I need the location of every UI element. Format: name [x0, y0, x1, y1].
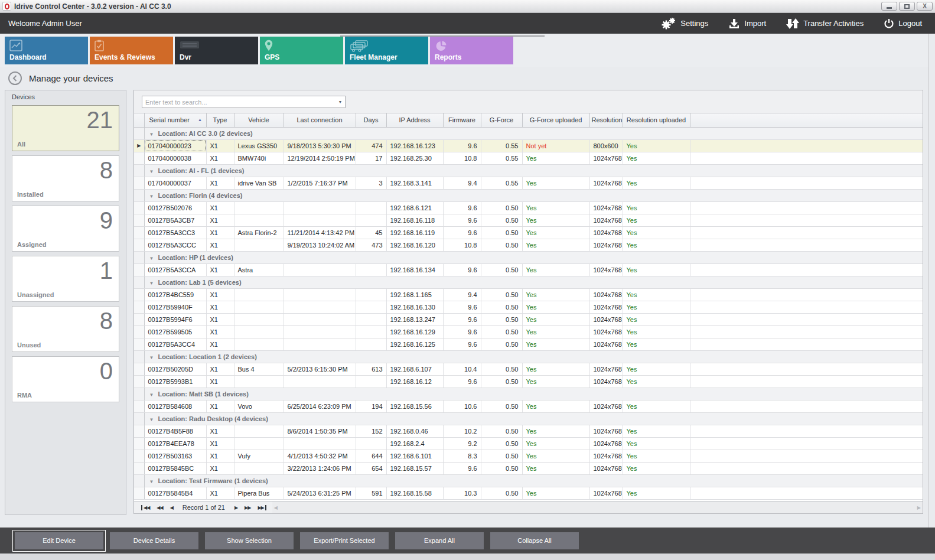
cell-vehicle: [234, 214, 284, 226]
filter-card-assigned[interactable]: 9Assigned: [12, 206, 119, 252]
prev-record-button[interactable]: ◀: [167, 505, 177, 510]
device-row[interactable]: 00127B4BC559X1192.168.1.1659.40.50Yes102…: [134, 288, 923, 301]
row-indicator-cell: [134, 164, 144, 177]
edit-device-button[interactable]: Edit Device: [15, 532, 103, 549]
device-row[interactable]: 017040000038X1BMW740i12/19/2014 2:50:19 …: [134, 152, 923, 164]
collapse-group-icon[interactable]: ▼: [149, 132, 154, 137]
column-header-days[interactable]: Days: [356, 113, 386, 127]
group-label: Location: Al - FL (1 devices): [158, 167, 244, 174]
device-row[interactable]: 00127B584608X1Vovo6/25/2014 6:23:09 PM19…: [134, 400, 923, 412]
collapse-group-icon[interactable]: ▼: [149, 355, 154, 360]
import-button[interactable]: Import: [728, 18, 766, 30]
column-header-resolution[interactable]: Resolution: [589, 113, 623, 127]
device-row[interactable]: 017040000037X1idrive Van SB1/2/2015 7:16…: [134, 177, 923, 189]
row-indicator-cell: [134, 450, 144, 462]
device-row[interactable]: 00127B5993B1X1192.168.16.129.60.50Yes102…: [134, 375, 923, 388]
filter-card-installed[interactable]: 8Installed: [12, 155, 119, 201]
cell-firmware: 9.6: [443, 226, 481, 239]
tab-dvr[interactable]: Dvr: [175, 37, 258, 64]
search-input[interactable]: [142, 99, 335, 106]
last-record-button[interactable]: ▶▶: [254, 505, 269, 510]
row-indicator-cell: [134, 388, 144, 400]
device-row[interactable]: 00127B502076X1192.168.6.1219.60.50Yes102…: [134, 201, 923, 214]
show-selection-button[interactable]: Show Selection: [205, 532, 294, 549]
close-button[interactable]: X: [917, 2, 933, 11]
column-header-serial-number[interactable]: Serial number▲: [144, 113, 206, 127]
tab-reports[interactable]: Reports: [430, 37, 513, 64]
tab-dashboard[interactable]: Dashboard: [5, 37, 88, 64]
collapse-group-icon[interactable]: ▼: [149, 479, 154, 484]
logout-button[interactable]: Logout: [884, 18, 922, 29]
settings-button[interactable]: Settings: [661, 17, 708, 30]
column-header-resolution-uploaded[interactable]: Resolution uploaded: [623, 113, 690, 127]
group-row[interactable]: ▼Location: Location 1 (2 devices): [134, 350, 923, 363]
group-row[interactable]: ▼Location: Lab 1 (5 devices): [134, 276, 923, 288]
device-details-button[interactable]: Device Details: [110, 532, 198, 549]
device-row[interactable]: ▶017040000023X1Lexus GS3509/18/2013 5:30…: [134, 139, 923, 152]
back-button[interactable]: [8, 71, 22, 85]
column-header-firmware[interactable]: Firmware: [443, 113, 481, 127]
collapse-group-icon[interactable]: ▼: [149, 392, 154, 398]
device-row[interactable]: 00127B50205DX1Bus 45/2/2013 6:15:30 PM61…: [134, 363, 923, 375]
collapse-group-icon[interactable]: ▼: [149, 194, 154, 199]
cell-g-force-uploaded: Yes: [522, 325, 589, 338]
maximize-button[interactable]: [899, 2, 915, 11]
device-row[interactable]: 00127B503163X1Vufy4/1/2013 4:50:32 PM644…: [134, 450, 923, 462]
column-header-ip-address[interactable]: IP Address: [386, 113, 443, 127]
tab-events-reviews[interactable]: Events & Reviews: [90, 37, 173, 64]
cell-resolution: 1024x768: [589, 425, 623, 437]
next-page-button[interactable]: ▶▶: [241, 505, 254, 510]
device-row[interactable]: 00127B5A3CC3X1Astra Florin-211/21/2014 4…: [134, 226, 923, 239]
device-row[interactable]: 00127B5845BCX13/22/2013 1:24:06 PM654192…: [134, 462, 923, 474]
group-row[interactable]: ▼Location: HP (1 devices): [134, 251, 923, 263]
tab-gps[interactable]: GPS: [260, 37, 343, 64]
group-row[interactable]: ▼Location: Test Firmware (1 devices): [134, 474, 923, 487]
filler-cell: [690, 450, 923, 462]
device-row[interactable]: 00127B599505X1192.168.16.1299.60.50Yes10…: [134, 325, 923, 338]
column-header-type[interactable]: Type: [206, 113, 234, 127]
horizontal-scrollbar[interactable]: ◀ ▶: [272, 502, 923, 513]
expand-all-button[interactable]: Expand All: [395, 532, 484, 549]
group-row[interactable]: ▼Location: Matt SB (1 devices): [134, 388, 923, 400]
prev-page-button[interactable]: ◀◀: [153, 505, 166, 510]
filter-card-unassigned[interactable]: 1Unassigned: [12, 256, 119, 302]
cell-serial: 00127B59940F: [144, 301, 206, 313]
tab-fleet-manager[interactable]: Fleet Manager: [345, 37, 428, 64]
device-row[interactable]: 00127B59940FX1192.168.16.1309.60.50Yes10…: [134, 301, 923, 313]
device-row[interactable]: 00127B5A3CCAX1Astra192.168.16.1349.60.50…: [134, 263, 923, 276]
filter-card-rma[interactable]: 0RMA: [12, 356, 119, 402]
cell-g-force: 0.50: [481, 201, 522, 214]
column-label: Days: [363, 116, 378, 123]
group-row[interactable]: ▼Location: Radu Desktop (4 devices): [134, 412, 923, 425]
filter-card-unused[interactable]: 8Unused: [12, 306, 119, 352]
collapse-group-icon[interactable]: ▼: [149, 256, 154, 261]
collapse-all-button[interactable]: Collapse All: [490, 532, 579, 549]
export-print-selected-button[interactable]: Export/Print Selected: [300, 532, 389, 549]
group-row[interactable]: ▼Location: Al CC 3.0 (2 devices): [134, 127, 923, 139]
group-row[interactable]: ▼Location: Al - FL (1 devices): [134, 164, 923, 177]
column-header-last-connection[interactable]: Last connection: [284, 113, 356, 127]
device-row[interactable]: 00127B4EEA78X1192.168.2.49.20.50Yes1024x…: [134, 437, 923, 450]
filter-card-all[interactable]: 21All: [12, 105, 119, 151]
column-header-g-force-uploaded[interactable]: G-Force uploaded: [522, 113, 589, 127]
device-row[interactable]: 00127B4B5F88X18/6/2014 1:50:35 PM152192.…: [134, 425, 923, 437]
minimize-button[interactable]: [881, 2, 897, 11]
device-row[interactable]: 00127B5A3CCCX19/19/2013 10:24:02 AM47319…: [134, 239, 923, 251]
collapse-group-icon[interactable]: ▼: [149, 417, 154, 422]
device-row[interactable]: 00127B5A3CC4X1192.168.16.1259.60.50Yes10…: [134, 338, 923, 350]
collapse-group-icon[interactable]: ▼: [149, 169, 154, 174]
group-label: Location: Radu Desktop (4 devices): [158, 415, 268, 422]
group-row[interactable]: ▼Location: Florin (4 devices): [134, 189, 923, 201]
device-row[interactable]: 00127B5845B4X1Pipera Bus5/24/2013 6:31:2…: [134, 487, 923, 499]
search-dropdown-button[interactable]: ▼: [335, 100, 345, 104]
next-record-button[interactable]: ▶: [231, 505, 241, 510]
collapse-group-icon[interactable]: ▼: [149, 281, 154, 286]
device-row[interactable]: 00127B5994F6X1192.168.13.2479.60.50Yes10…: [134, 313, 923, 325]
vertical-scrollbar[interactable]: [929, 34, 935, 528]
column-header-g-force[interactable]: G-Force: [481, 113, 522, 127]
column-header-vehicle[interactable]: Vehicle: [234, 113, 284, 127]
cell-resolution: 1024x768: [589, 201, 623, 214]
device-row[interactable]: 00127B5A3CB7X1192.168.16.1189.60.50Yes10…: [134, 214, 923, 226]
transfer-activities-button[interactable]: Transfer Activities: [786, 17, 864, 30]
first-record-button[interactable]: ◀◀: [138, 505, 153, 510]
